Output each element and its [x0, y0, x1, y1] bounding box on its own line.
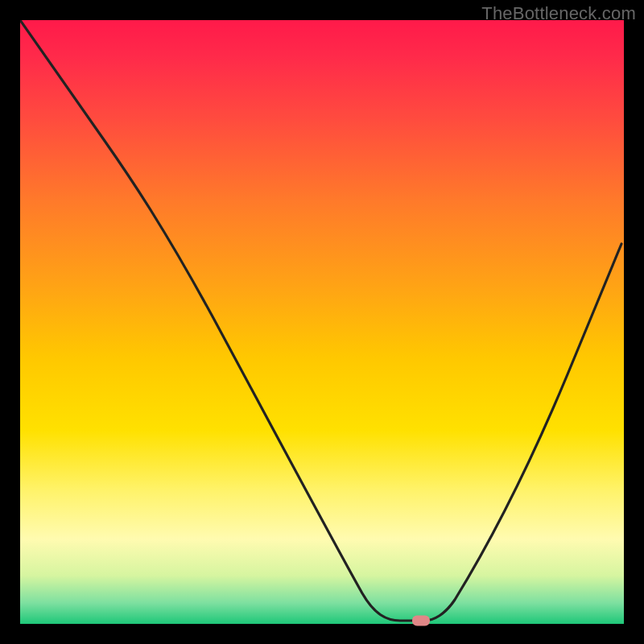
chart-frame: TheBottleneck.com [0, 0, 644, 644]
gradient-rect [20, 20, 624, 624]
plot-area [20, 20, 624, 624]
plot-svg [20, 20, 624, 624]
watermark-text: TheBottleneck.com [481, 3, 636, 24]
optimum-marker [412, 616, 430, 626]
